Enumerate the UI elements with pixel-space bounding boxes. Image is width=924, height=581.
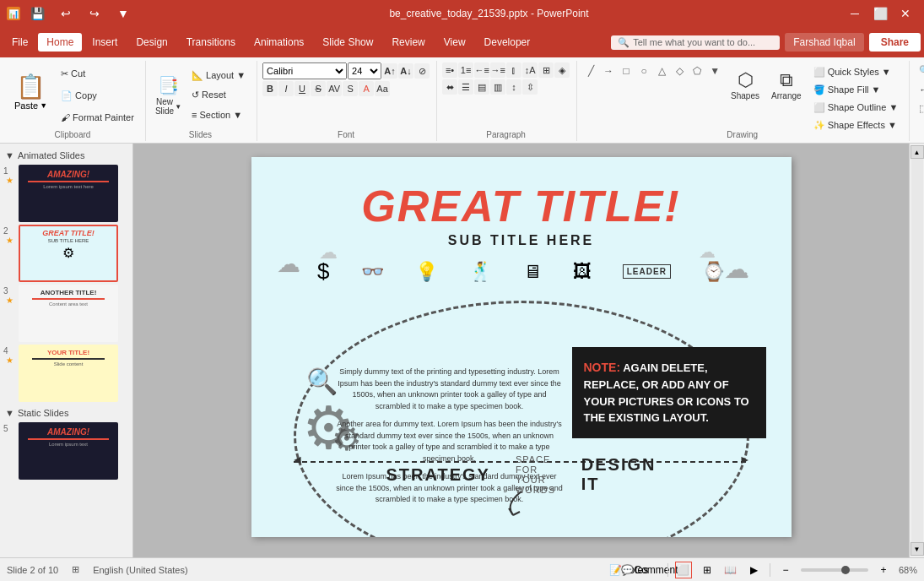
- scroll-up-button[interactable]: ▲: [910, 145, 924, 159]
- slide-item-1[interactable]: 1 ★ AMAZING! Lorem ipsum text here: [3, 165, 129, 222]
- shape-effects-button[interactable]: ✨ Shape Effects ▼: [809, 117, 903, 133]
- menu-developer[interactable]: Developer: [476, 33, 539, 52]
- static-slides-label[interactable]: ▼ Static Slides: [3, 405, 129, 420]
- shapes-button[interactable]: ⬡ Shapes: [727, 62, 764, 106]
- slide-item-2[interactable]: 2 ★ GREAT TITLE! SUB TITLE HERE ⚙: [3, 225, 129, 282]
- shape-diamond[interactable]: ◇: [671, 62, 688, 79]
- align-left-button[interactable]: ⬌: [442, 79, 457, 95]
- close-button[interactable]: ✕: [894, 4, 917, 23]
- layout-button[interactable]: 📐 Layout ▼: [187, 68, 250, 84]
- customize-button[interactable]: ▼: [111, 4, 135, 23]
- text-direction-button[interactable]: ↕A: [522, 62, 538, 78]
- slide-sorter-button[interactable]: ⊞: [699, 562, 716, 578]
- slide-canvas[interactable]: GREAT TITLE! SUB TITLE HERE ☁ ☁ ☁ ☁ $ 👓 …: [251, 157, 792, 537]
- user-button[interactable]: Farshad Iqbal: [785, 33, 863, 52]
- justify-button[interactable]: ▥: [490, 79, 505, 95]
- paragraph-spacing-button[interactable]: ⇳: [522, 79, 538, 95]
- clear-format-button[interactable]: ⊘: [414, 63, 430, 79]
- font-decrease-button[interactable]: A↓: [398, 63, 413, 79]
- slide-thumb-2[interactable]: GREAT TITLE! SUB TITLE HERE ⚙: [19, 225, 118, 282]
- align-center-button[interactable]: ☰: [458, 79, 473, 95]
- shape-line[interactable]: ╱: [582, 62, 599, 79]
- shape-triangle[interactable]: △: [653, 62, 670, 79]
- columns-button[interactable]: ⫿: [506, 62, 521, 78]
- share-button[interactable]: Share: [869, 33, 921, 52]
- menu-view[interactable]: View: [435, 33, 474, 52]
- menu-file[interactable]: File: [3, 33, 36, 52]
- quick-access-toolbar[interactable]: 📊 💾 ↩ ↪ ▼: [7, 4, 135, 23]
- menu-design[interactable]: Design: [127, 33, 176, 52]
- redo-button[interactable]: ↪: [83, 4, 106, 23]
- increase-indent-button[interactable]: →≡: [490, 62, 505, 78]
- menu-insert[interactable]: Insert: [84, 33, 126, 52]
- char-spacing-button[interactable]: AV: [327, 81, 342, 96]
- replace-button[interactable]: ↔ Replace: [915, 82, 924, 97]
- slideshow-button[interactable]: ▶: [746, 562, 763, 578]
- slide-thumb-5[interactable]: AMAZING! Lorem ipsum text: [19, 422, 118, 480]
- align-right-button[interactable]: ▤: [474, 79, 489, 95]
- normal-view-button[interactable]: ⬜: [675, 562, 692, 578]
- format-painter-button[interactable]: 🖌 Format Painter: [57, 109, 138, 126]
- shape-circle[interactable]: ○: [635, 62, 652, 79]
- menu-slideshow[interactable]: Slide Show: [314, 33, 381, 52]
- menu-review[interactable]: Review: [383, 33, 433, 52]
- scroll-track[interactable]: [911, 159, 923, 542]
- font-size-select[interactable]: 24: [348, 62, 381, 79]
- shape-pentagon[interactable]: ⬠: [689, 62, 705, 79]
- select-button[interactable]: ⬚ Select ▼: [915, 100, 924, 117]
- decrease-indent-button[interactable]: ←≡: [474, 62, 489, 78]
- section-button[interactable]: ≡ Section ▼: [187, 106, 250, 123]
- font-increase-button[interactable]: A↑: [382, 63, 397, 79]
- slide-thumb-3[interactable]: ANOTHER TITLE! Content area text: [19, 285, 118, 342]
- italic-button[interactable]: I: [278, 81, 294, 96]
- animated-slides-label[interactable]: ▼ Animated Slides: [3, 147, 129, 162]
- align-text-button[interactable]: ⊞: [538, 62, 554, 78]
- new-slide-button[interactable]: 📑 NewSlide ▼: [151, 73, 186, 117]
- slide-thumb-1[interactable]: AMAZING! Lorem ipsum text here: [19, 165, 118, 222]
- shape-outline-button[interactable]: ⬜ Shape Outline ▼: [809, 100, 903, 116]
- strikethrough-button[interactable]: S: [311, 81, 326, 96]
- slide-thumb-4[interactable]: YOUR TITLE! Slide content: [19, 345, 118, 402]
- font-shadow-button[interactable]: S: [343, 81, 358, 96]
- slide-item-4[interactable]: 4 ★ YOUR TITLE! Slide content: [3, 345, 129, 402]
- comments-button[interactable]: 💬 Comments: [644, 562, 661, 578]
- zoom-level[interactable]: 68%: [899, 565, 917, 575]
- font-color-button[interactable]: A: [359, 81, 374, 96]
- slide-item-5[interactable]: 5 AMAZING! Lorem ipsum text: [3, 422, 129, 480]
- search-box[interactable]: 🔍 Tell me what you want to do...: [611, 35, 780, 50]
- line-spacing-button[interactable]: ↕: [506, 79, 521, 95]
- ribbon: 📋 Paste ▼ ✂ Cut 📄 Copy 🖌 Format Painter …: [0, 57, 924, 144]
- underline-button[interactable]: U: [294, 81, 310, 96]
- bold-button[interactable]: B: [262, 81, 278, 96]
- reading-view-button[interactable]: 📖: [722, 562, 739, 578]
- numbered-list-button[interactable]: 1≡: [458, 62, 473, 78]
- save-button[interactable]: 💾: [25, 4, 49, 23]
- menu-animations[interactable]: Animations: [246, 33, 312, 52]
- cut-button[interactable]: ✂ Cut: [57, 65, 138, 82]
- minimize-button[interactable]: ─: [843, 4, 867, 23]
- shape-arrow[interactable]: →: [600, 62, 617, 79]
- shape-more[interactable]: ▼: [706, 62, 723, 79]
- window-controls[interactable]: ─ ⬜ ✕: [843, 4, 917, 23]
- arrange-button[interactable]: ⧉ Arrange: [767, 62, 806, 106]
- font-case-button[interactable]: Aa: [375, 81, 390, 96]
- zoom-slider[interactable]: [801, 568, 868, 572]
- zoom-in-button[interactable]: +: [875, 562, 892, 578]
- zoom-out-button[interactable]: −: [777, 562, 794, 578]
- undo-button[interactable]: ↩: [54, 4, 78, 23]
- maximize-button[interactable]: ⬜: [868, 4, 892, 23]
- quick-styles-button[interactable]: ⬜ Quick Styles ▼: [809, 64, 903, 80]
- reset-button[interactable]: ↺ Reset: [187, 87, 250, 104]
- menu-transitions[interactable]: Transitions: [178, 33, 244, 52]
- convert-smartart-button[interactable]: ◈: [554, 62, 570, 78]
- copy-button[interactable]: 📄 Copy: [57, 87, 138, 104]
- slide-item-3[interactable]: 3 ★ ANOTHER TITLE! Content area text: [3, 285, 129, 342]
- menu-home[interactable]: Home: [38, 33, 82, 52]
- shape-fill-button[interactable]: 🪣 Shape Fill ▼: [809, 82, 903, 98]
- font-name-select[interactable]: Calibri: [262, 62, 347, 79]
- shape-rect[interactable]: □: [618, 62, 635, 79]
- scroll-down-button[interactable]: ▼: [910, 542, 924, 556]
- paste-button[interactable]: 📋 Paste ▼: [7, 61, 55, 122]
- bullet-list-button[interactable]: ≡•: [442, 62, 457, 78]
- find-button[interactable]: 🔍 Find: [915, 62, 924, 79]
